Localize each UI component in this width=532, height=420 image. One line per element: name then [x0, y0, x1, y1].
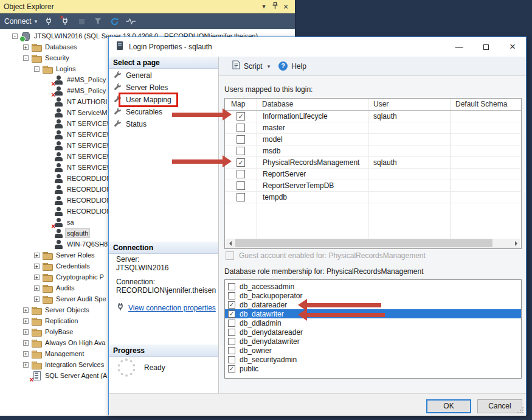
- object-explorer-title-bar: Object Explorer ▾ ×: [0, 0, 295, 13]
- maximize-icon[interactable]: [472, 37, 499, 57]
- tree-item-label: Integration Services: [44, 360, 105, 369]
- tree-expander[interactable]: +: [34, 285, 40, 291]
- role-list-item[interactable]: ✓ public: [225, 364, 521, 373]
- filter-icon[interactable]: [93, 16, 103, 26]
- tree-expander[interactable]: +: [23, 307, 29, 313]
- table-row[interactable]: model: [225, 134, 521, 145]
- database-cell: InformationLifecycle: [257, 112, 368, 121]
- tree-item-label: NT SERVICE\: [66, 163, 110, 172]
- role-checkbox[interactable]: [228, 320, 235, 327]
- role-list-item[interactable]: db_denydatawriter: [225, 337, 521, 346]
- tree-item-label: RECORDLION: [66, 174, 112, 183]
- scroll-right-icon[interactable]: [511, 239, 520, 248]
- tree-expander[interactable]: -: [23, 55, 29, 61]
- tree-expander[interactable]: +: [23, 329, 29, 335]
- close-icon[interactable]: ×: [499, 37, 526, 57]
- page-item[interactable]: Server Roles: [109, 82, 218, 94]
- connect-label: Connect: [4, 17, 32, 26]
- chevron-down-icon[interactable]: ▾: [268, 63, 271, 69]
- table-row[interactable]: tempdb: [225, 192, 521, 203]
- role-checkbox[interactable]: [228, 338, 235, 345]
- role-list-item[interactable]: db_owner: [225, 346, 521, 355]
- tree-expander[interactable]: +: [34, 296, 40, 302]
- role-checkbox[interactable]: [228, 329, 235, 336]
- map-checkbox[interactable]: [237, 147, 245, 155]
- map-checkbox[interactable]: ✓: [237, 112, 245, 121]
- tree-expander[interactable]: +: [34, 264, 40, 269]
- ok-button[interactable]: OK: [426, 399, 471, 413]
- folder-icon: ×: [43, 65, 52, 74]
- refresh-icon[interactable]: [109, 16, 119, 26]
- role-checkbox[interactable]: [228, 347, 235, 354]
- page-item[interactable]: General: [109, 69, 218, 82]
- folder-icon: ×: [43, 273, 52, 282]
- tree-item-label: Cryptographic P: [55, 273, 105, 281]
- login-user-icon: ×: [54, 119, 63, 128]
- guest-account-row: Guest account enabled for: PhysicalRecor…: [226, 251, 426, 260]
- scrollbar-thumb[interactable]: [235, 239, 492, 247]
- table-row[interactable]: ReportServerTempDB: [225, 180, 521, 192]
- activity-monitor-icon[interactable]: [126, 16, 136, 26]
- horizontal-scrollbar[interactable]: [226, 239, 520, 248]
- database-cell: ReportServerTempDB: [257, 181, 368, 190]
- tree-expander[interactable]: -: [34, 66, 40, 72]
- server-icon: ×: [21, 32, 30, 41]
- tree-item-label: Security: [44, 54, 71, 62]
- login-user-icon: ×: [54, 185, 63, 194]
- role-checkbox[interactable]: [228, 292, 235, 299]
- map-checkbox[interactable]: [237, 170, 245, 178]
- tree-item-label: NT SERVICE\: [66, 141, 110, 150]
- table-row[interactable]: ✓ PhysicalRecordsManagement sqlauth: [225, 157, 521, 169]
- cancel-button[interactable]: Cancel: [477, 399, 522, 413]
- tree-expander[interactable]: +: [23, 340, 29, 346]
- role-checkbox[interactable]: [228, 356, 235, 363]
- role-checkbox[interactable]: ✓: [228, 301, 235, 309]
- guest-account-checkbox: [226, 251, 234, 260]
- table-row[interactable]: master: [225, 122, 521, 134]
- map-checkbox[interactable]: ✓: [237, 158, 245, 167]
- map-checkbox[interactable]: [237, 181, 245, 190]
- tree-expander[interactable]: +: [23, 318, 29, 324]
- table-row[interactable]: ✓ InformationLifecycle sqlauth: [225, 111, 521, 122]
- tree-expander[interactable]: +: [23, 351, 29, 357]
- table-row[interactable]: ReportServer: [225, 169, 521, 180]
- resize-grip[interactable]: [517, 407, 523, 413]
- login-user-icon: ×: [54, 152, 63, 161]
- pin-icon[interactable]: [269, 2, 280, 11]
- tree-item-label: sqlauth: [66, 229, 89, 237]
- login-user-icon: ×: [54, 130, 63, 139]
- tree-expander[interactable]: +: [23, 44, 29, 50]
- role-list-item[interactable]: db_accessadmin: [225, 282, 521, 291]
- folder-icon: ×: [43, 284, 52, 293]
- login-user-icon: ×: [54, 174, 63, 183]
- stop-icon[interactable]: [77, 16, 86, 26]
- minimize-icon[interactable]: —: [446, 37, 472, 57]
- role-checkbox[interactable]: [228, 283, 235, 290]
- red-x-overlay: ×: [29, 377, 33, 383]
- role-list-item[interactable]: db_securityadmin: [225, 355, 521, 364]
- database-cell: tempdb: [257, 193, 368, 201]
- window-position-icon[interactable]: ▾: [258, 2, 269, 10]
- close-icon[interactable]: ×: [280, 2, 291, 12]
- role-label: db_denydatareader: [240, 328, 303, 337]
- tree-expander[interactable]: +: [34, 275, 40, 280]
- database-cell: ReportServer: [257, 170, 368, 178]
- role-checkbox[interactable]: ✓: [228, 310, 235, 318]
- connect-button[interactable]: Connect ▾: [4, 17, 37, 26]
- map-checkbox[interactable]: [237, 135, 245, 144]
- tree-expander[interactable]: -: [12, 33, 18, 39]
- help-button[interactable]: Help: [291, 62, 306, 71]
- connect-object-explorer-icon[interactable]: [44, 16, 54, 26]
- view-connection-properties-link[interactable]: View connection properties: [128, 304, 216, 312]
- role-list-item[interactable]: db_denydatareader: [225, 327, 521, 337]
- map-checkbox[interactable]: [237, 193, 245, 201]
- script-button[interactable]: Script: [244, 62, 263, 71]
- scroll-left-icon[interactable]: [226, 239, 235, 248]
- tree-item-label: sa: [66, 218, 75, 226]
- role-checkbox[interactable]: ✓: [228, 365, 235, 373]
- tree-expander[interactable]: +: [23, 362, 29, 368]
- table-row[interactable]: msdb: [225, 145, 521, 157]
- disconnect-icon[interactable]: ×: [60, 16, 70, 26]
- map-checkbox[interactable]: [237, 124, 245, 132]
- tree-expander[interactable]: +: [34, 253, 40, 258]
